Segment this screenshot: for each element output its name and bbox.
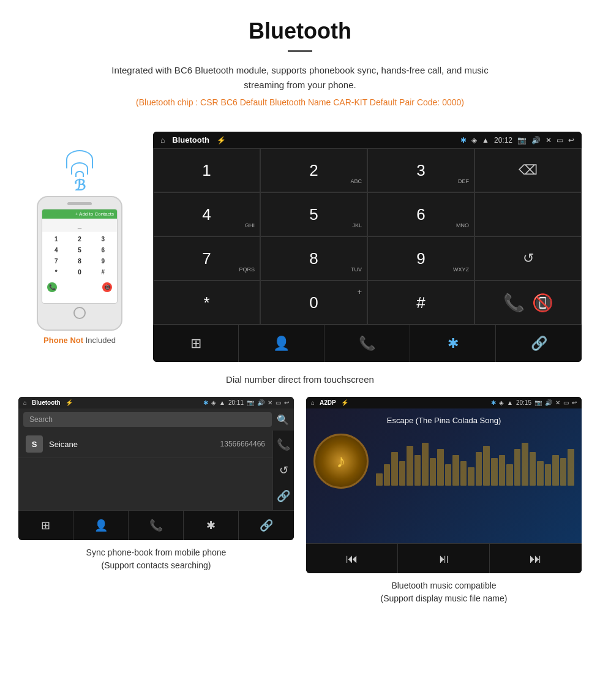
pb-nav-bt[interactable]: ✱ — [184, 511, 239, 540]
nav-dialpad[interactable]: ⊞ — [153, 325, 239, 362]
dial-key-hash[interactable]: # — [367, 280, 474, 325]
dial-key-star[interactable]: * — [153, 280, 260, 325]
end-call-button[interactable]: 📵 — [532, 293, 553, 313]
music-title: A2DP — [320, 399, 336, 406]
car-time: 20:12 — [494, 136, 512, 145]
viz-bar — [552, 455, 559, 486]
phone-key-4[interactable]: 4 — [45, 245, 67, 255]
title-divider — [288, 50, 312, 52]
pb-search-bar[interactable]: Search — [23, 412, 272, 427]
pb-search-placeholder: Search — [29, 415, 53, 424]
phone-call-button[interactable]: 📞 — [47, 282, 57, 292]
phone-key-0[interactable]: 0 — [68, 267, 91, 277]
music-bt-icon: ✱ — [491, 399, 496, 406]
music-camera-icon[interactable]: 📷 — [534, 399, 542, 406]
delete-icon[interactable]: ⌫ — [519, 162, 538, 178]
viz-bar — [468, 467, 474, 486]
phone-image: MOTO + Add to Contacts _ 1 2 3 4 5 6 7 8… — [37, 196, 122, 331]
music-prev-button[interactable]: ⏮ — [306, 544, 398, 573]
phone-not-text: Phone Not — [43, 336, 86, 345]
page-title: Bluetooth — [12, 18, 588, 44]
car-screen-dial: ⌂ Bluetooth ⚡ ✱ ◈ ▲ 20:12 📷 🔊 ✕ ▭ ↩ 1 2A… — [153, 132, 582, 362]
car-location-icon: ◈ — [471, 136, 477, 145]
viz-bar — [460, 461, 467, 486]
pb-contact-row[interactable]: S Seicane 13566664466 — [18, 431, 272, 458]
phone-key-5[interactable]: 5 — [68, 245, 91, 255]
screenshots-row: ⌂ Bluetooth ⚡ ✱ ◈ ▲ 20:11 📷 🔊 ✕ ▭ ↩ — [0, 397, 600, 620]
phone-key-8[interactable]: 8 — [68, 256, 91, 266]
pb-nav-link[interactable]: 🔗 — [239, 511, 294, 540]
pb-right-refresh-icon[interactable]: ↺ — [279, 464, 288, 477]
music-close-icon[interactable]: ✕ — [555, 399, 560, 406]
car-back-icon[interactable]: ↩ — [568, 136, 574, 145]
pb-nav-contacts[interactable]: 👤 — [73, 511, 129, 540]
phone-key-1[interactable]: 1 — [45, 234, 67, 244]
pb-back-icon[interactable]: ↩ — [284, 399, 289, 406]
pb-close-icon[interactable]: ✕ — [268, 399, 272, 406]
dial-key-1[interactable]: 1 — [153, 148, 260, 192]
pb-body: S Seicane 13566664466 📞 ↺ 🔗 — [18, 431, 294, 510]
viz-bar — [376, 473, 383, 486]
phone-key-6[interactable]: 6 — [92, 245, 114, 255]
phone-end-button[interactable]: 📵 — [102, 282, 112, 292]
add-contacts-label: + Add to Contacts — [75, 211, 114, 217]
phone-home-button[interactable] — [73, 307, 86, 319]
nav-contacts[interactable]: 👤 — [239, 325, 324, 362]
music-status-bar: ⌂ A2DP ⚡ ✱ ◈ ▲ 20:15 📷 🔊 ✕ ▭ ↩ — [306, 397, 582, 408]
pb-right-phone-icon[interactable]: 📞 — [277, 438, 290, 451]
dial-key-7[interactable]: 7PQRS — [153, 236, 260, 280]
page-specs: (Bluetooth chip : CSR BC6 Default Blueto… — [12, 97, 588, 107]
pb-camera-icon[interactable]: 📷 — [247, 399, 254, 406]
music-time: 20:15 — [516, 399, 531, 406]
pb-search-icon[interactable]: 🔍 — [277, 414, 289, 426]
dial-key-4[interactable]: 4GHI — [153, 192, 260, 236]
viz-bar — [530, 452, 536, 486]
wifi-graphic: ℬ — [66, 150, 93, 193]
contact-name: Seicane — [49, 440, 214, 449]
car-camera-icon[interactable]: 📷 — [517, 136, 527, 145]
nav-call[interactable]: 📞 — [324, 325, 410, 362]
music-home-icon[interactable]: ⌂ — [311, 399, 315, 406]
music-next-button[interactable]: ⏭ — [490, 544, 582, 573]
dial-key-3[interactable]: 3DEF — [367, 148, 474, 192]
music-volume-icon[interactable]: 🔊 — [545, 399, 552, 406]
dial-key-5[interactable]: 5JKL — [260, 192, 367, 236]
car-close-icon[interactable]: ✕ — [546, 136, 552, 145]
dial-key-8[interactable]: 8TUV — [260, 236, 367, 280]
pb-right-link-icon[interactable]: 🔗 — [277, 489, 290, 503]
phone-key-2[interactable]: 2 — [68, 234, 91, 244]
pb-usb-icon: ⚡ — [66, 399, 73, 406]
phone-key-3[interactable]: 3 — [92, 234, 114, 244]
music-playpause-button[interactable]: ⏯ — [398, 544, 490, 573]
music-status-left: ⌂ A2DP ⚡ — [311, 399, 348, 406]
dial-key-0[interactable]: 0+ — [260, 280, 367, 325]
nav-link[interactable]: 🔗 — [496, 325, 582, 362]
music-note-icon: ♪ — [337, 451, 346, 472]
call-button[interactable]: 📞 — [503, 293, 525, 313]
viz-bar — [514, 449, 521, 486]
dial-key-6[interactable]: 6MNO — [367, 192, 474, 236]
car-window-icon[interactable]: ▭ — [557, 136, 563, 145]
phone-key-hash[interactable]: # — [92, 267, 114, 277]
phonebook-caption: Sync phone-book from mobile phone (Suppo… — [86, 540, 227, 575]
car-volume-icon[interactable]: 🔊 — [531, 136, 541, 145]
pb-volume-icon[interactable]: 🔊 — [257, 399, 264, 406]
pb-nav-call[interactable]: 📞 — [129, 511, 184, 540]
phone-key-star[interactable]: * — [45, 267, 67, 277]
dial-key-9[interactable]: 9WXYZ — [367, 236, 474, 280]
pb-window-icon[interactable]: ▭ — [276, 399, 281, 406]
refresh-icon[interactable]: ↺ — [523, 250, 534, 266]
viz-bar — [384, 464, 391, 486]
car-home-icon[interactable]: ⌂ — [160, 136, 165, 145]
pb-bottom-nav: ⊞ 👤 📞 ✱ 🔗 — [18, 510, 294, 540]
viz-bar — [483, 446, 490, 486]
music-window-icon[interactable]: ▭ — [563, 399, 569, 406]
pb-home-icon[interactable]: ⌂ — [23, 399, 27, 406]
phone-key-7[interactable]: 7 — [45, 256, 67, 266]
phone-dial-grid: 1 2 3 4 5 6 7 8 9 * 0 # — [42, 231, 117, 280]
dial-key-2[interactable]: 2ABC — [260, 148, 367, 192]
nav-bluetooth[interactable]: ✱ — [410, 325, 496, 362]
music-back-icon[interactable]: ↩ — [572, 399, 577, 406]
pb-nav-dialpad[interactable]: ⊞ — [18, 511, 73, 540]
phone-key-9[interactable]: 9 — [92, 256, 114, 266]
